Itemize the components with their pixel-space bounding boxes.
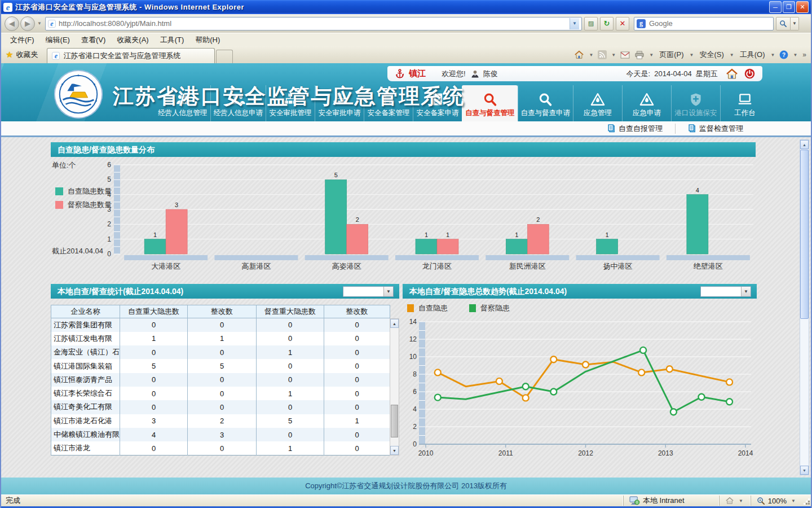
trend-filter-select[interactable]: ▼ xyxy=(700,286,751,297)
safety-dropdown-icon[interactable]: ▼ xyxy=(728,52,736,58)
menu-item-4[interactable]: 工具(T) xyxy=(155,33,190,47)
table-row[interactable]: 镇江港国际集装箱5500 xyxy=(51,359,390,373)
chevron-down-icon[interactable]: ▼ xyxy=(741,287,751,296)
home-dropdown-icon[interactable]: ▼ xyxy=(587,52,595,58)
table-row[interactable]: 江苏索普集团有限0000 xyxy=(51,318,390,332)
submenu-item-self-report-mgmt[interactable]: 自查自报管理 xyxy=(595,124,675,134)
url-dropdown-button[interactable]: ▼ xyxy=(570,18,579,29)
page-menu[interactable]: 页面(P) xyxy=(656,50,686,60)
nav-item-workbench[interactable]: 工作台 xyxy=(720,85,769,121)
overflow-chevron-icon[interactable]: » xyxy=(800,51,807,59)
table-row[interactable]: 镇江恒泰沥青产品0000 xyxy=(51,373,390,387)
history-dropdown-icon[interactable]: ▼ xyxy=(37,21,42,26)
menu-item-0[interactable]: 文件(F) xyxy=(5,33,40,47)
column-header[interactable]: 整改数 xyxy=(188,305,257,318)
cell-value: 0 xyxy=(120,373,188,387)
table-row[interactable]: 中储粮镇江粮油有限4300 xyxy=(51,428,390,441)
refresh-button[interactable]: ↻ xyxy=(600,17,614,30)
search-icon xyxy=(779,20,787,28)
new-tab-stub[interactable] xyxy=(216,50,233,63)
table-row[interactable]: 镇江市港龙石化港3251 xyxy=(51,414,390,428)
search-box[interactable]: g xyxy=(634,17,774,30)
nav-item-emergency-apply[interactable]: 应急申请 xyxy=(622,85,671,121)
scroll-up-icon[interactable]: ▲ xyxy=(390,319,399,328)
favorites-button[interactable]: ★ 收藏夹 xyxy=(1,50,43,63)
table-row[interactable]: 镇江市港龙0010 xyxy=(51,441,390,455)
table-row[interactable]: 镇江奇美化工有限0000 xyxy=(51,400,390,414)
svg-text:1: 1 xyxy=(446,231,449,238)
cell-value: 0 xyxy=(257,318,324,332)
page-scrollbar[interactable]: ▲ ▼ xyxy=(800,139,809,475)
scroll-up-icon[interactable]: ▲ xyxy=(800,140,809,149)
nav-item-self-supervise-apply[interactable]: 自查与督查申请 xyxy=(518,85,573,121)
feeds-dropdown-icon[interactable]: ▼ xyxy=(610,52,617,58)
zoom-level: 100% xyxy=(768,497,787,505)
status-done: 完成 xyxy=(1,496,623,506)
safety-menu[interactable]: 安全(S) xyxy=(696,50,726,60)
nav-item-port-facility-security[interactable]: 港口设施保安 xyxy=(671,85,720,121)
nav-item-label: 自查与督查管理 xyxy=(465,108,515,118)
maximize-button[interactable]: ❐ xyxy=(783,1,795,13)
mail-icon[interactable] xyxy=(619,51,632,59)
chevron-down-icon[interactable]: ▼ xyxy=(383,287,393,296)
submenu-item-supervise-check-mgmt[interactable]: 监督检查管理 xyxy=(675,124,756,134)
column-header[interactable]: 整改数 xyxy=(324,305,390,318)
cell-value: 1 xyxy=(257,345,324,359)
status-mode-button[interactable]: ▼ xyxy=(719,496,751,506)
menu-item-1[interactable]: 编辑(E) xyxy=(40,33,76,47)
resize-grip[interactable] xyxy=(803,496,811,506)
back-button[interactable]: ◀ xyxy=(5,16,19,31)
page-scroll-thumb[interactable] xyxy=(800,150,809,319)
tools-menu[interactable]: 工具(O) xyxy=(737,50,768,60)
svg-text:绝壁港区: 绝壁港区 xyxy=(694,262,723,270)
address-field[interactable]: e ▼ xyxy=(45,17,582,30)
close-button[interactable]: ✕ xyxy=(796,1,809,13)
menu-item-5[interactable]: 帮助(H) xyxy=(189,33,226,47)
table-row[interactable]: 镇江李长荣综合石0010 xyxy=(51,387,390,400)
stats-panel-header: 本地自查/督查统计(截止2014.04.04) ▼ xyxy=(51,284,399,299)
zoom-control[interactable]: 100% ▼ xyxy=(751,496,803,506)
cell-value: 2 xyxy=(188,414,257,428)
help-dropdown-icon[interactable]: ▼ xyxy=(791,52,799,58)
table-scroll-thumb[interactable] xyxy=(391,405,398,437)
scroll-down-icon[interactable]: ▼ xyxy=(390,446,399,455)
chevron-down-icon[interactable]: ▼ xyxy=(737,498,745,503)
minimize-button[interactable]: ─ xyxy=(769,1,782,13)
bar-legend-supervise: 督察隐患数量 xyxy=(55,200,112,210)
home-icon[interactable] xyxy=(572,50,586,59)
stats-filter-select[interactable]: ▼ xyxy=(343,286,394,297)
feeds-icon[interactable] xyxy=(596,50,608,59)
search-input[interactable] xyxy=(649,19,771,28)
table-row[interactable]: 金海宏业（镇江）石0010 xyxy=(51,345,390,359)
column-header[interactable]: 企业名称 xyxy=(51,305,120,318)
nav-item-self-supervise-mgmt[interactable]: 自查与督查管理 xyxy=(462,85,518,121)
user-name: 陈俊 xyxy=(483,69,498,79)
print-dropdown-icon[interactable]: ▼ xyxy=(647,52,655,58)
column-header[interactable]: 督查重大隐患数 xyxy=(257,305,324,318)
url-input[interactable] xyxy=(59,19,570,28)
stop-button[interactable]: ✕ xyxy=(616,17,629,30)
search-button[interactable] xyxy=(776,17,791,30)
cell-value: 0 xyxy=(324,387,390,400)
svg-text:0: 0 xyxy=(413,440,417,448)
scroll-down-icon[interactable]: ▼ xyxy=(800,466,809,475)
active-tab[interactable]: e 江苏省港口安全监管与应急管理系统 xyxy=(47,48,215,63)
chevron-down-icon[interactable]: ▼ xyxy=(789,498,797,503)
table-scrollbar[interactable]: ▲ ▼ xyxy=(390,318,399,456)
page-mode-icon xyxy=(725,497,734,505)
nav-item-emergency-mgmt[interactable]: 应急管理 xyxy=(573,85,622,121)
menu-item-3[interactable]: 收藏夹(A) xyxy=(111,33,154,47)
search-options-dropdown[interactable]: ▼ xyxy=(791,17,799,30)
tools-dropdown-icon[interactable]: ▼ xyxy=(769,52,776,58)
menu-item-2[interactable]: 查看(V) xyxy=(76,33,111,47)
page-dropdown-icon[interactable]: ▼ xyxy=(688,52,696,58)
compatibility-view-button[interactable]: ▨ xyxy=(584,17,598,30)
logout-power-icon[interactable] xyxy=(744,68,756,80)
help-icon[interactable]: ? xyxy=(778,50,790,59)
forward-button[interactable]: ▶ xyxy=(20,16,35,31)
menu-bar: 文件(F)编辑(E)查看(V)收藏夹(A)工具(T)帮助(H) xyxy=(1,33,811,46)
home-shortcut-icon[interactable] xyxy=(726,68,738,80)
table-row[interactable]: 江苏镇江发电有限1100 xyxy=(51,332,390,345)
column-header[interactable]: 自查重大隐患数 xyxy=(120,305,188,318)
print-icon[interactable] xyxy=(633,51,646,59)
